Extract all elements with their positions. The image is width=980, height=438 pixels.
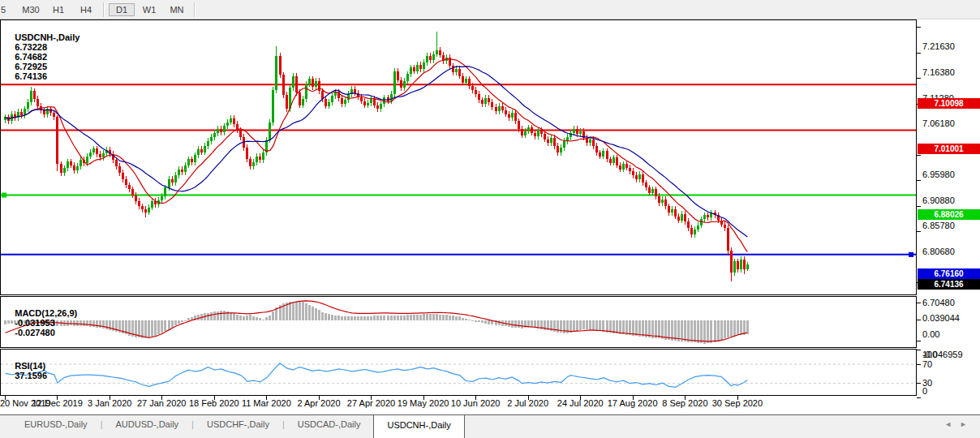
tab-usdcad[interactable]: USDCAD-,Daily (285, 415, 374, 438)
price-tick-label: 7.06180 (922, 118, 955, 128)
toolbar-separator (103, 2, 105, 17)
last-price-badge: 6.74136 (918, 279, 980, 290)
timeframe-button[interactable]: W1 (136, 3, 162, 16)
price-tick-label: 7.21630 (922, 41, 955, 51)
rsi-panel[interactable] (0, 349, 917, 396)
tab-scroll-right-icon[interactable]: ► (960, 420, 975, 428)
date-tick-label: 24 Jul 2020 (557, 398, 604, 408)
timeframe-toolbar: 5 M30 H1 H4 D1 W1 MN (0, 0, 980, 19)
chart-window: USDCNH-,Daily 6.73228 6.74682 6.72925 6.… (0, 19, 980, 414)
macd-panel[interactable] (0, 296, 917, 348)
date-tick-label: 18 Feb 2020 (189, 398, 239, 408)
date-tick-label: 17 Aug 2020 (608, 398, 658, 408)
macd-label: MACD(12,26,9) -0.031953 -0.027480 (5, 298, 80, 347)
chart-title: USDCNH-,Daily 6.73228 6.74682 6.72925 6.… (5, 23, 83, 91)
macd-main-value: -0.031953 (15, 318, 55, 328)
toolbar-separator (194, 2, 196, 17)
date-tick-label: 3 Jan 2020 (88, 398, 131, 408)
ohlc-high-value: 6.74682 (15, 52, 47, 62)
date-tick-label: 2 Apr 2020 (297, 398, 340, 408)
chart-symbol-label: USDCNH-,Daily (15, 32, 80, 42)
resistance-price-badge: 7.10098 (918, 98, 980, 109)
tab-usdcnh-active[interactable]: USDCNH-,Daily (373, 414, 464, 438)
ohlc-open-value: 6.73228 (15, 42, 47, 52)
date-tick-label: 27 Jan 2020 (137, 398, 187, 408)
ohlc-close-value: 6.74136 (15, 71, 47, 81)
price-tick-label: 7.16380 (922, 67, 955, 77)
macd-axis-label: 0.039044 (922, 313, 960, 323)
timeframe-button-active[interactable]: D1 (109, 3, 135, 16)
date-tick-label: 11 Mar 2020 (242, 398, 291, 408)
price-chart-panel[interactable] (0, 19, 917, 295)
date-tick-label: 10 Jun 2020 (451, 398, 501, 408)
macd-axis-label: 0.00 (922, 329, 939, 339)
support-price-badge: 6.76160 (918, 268, 980, 279)
rsi-name-label: RSI(14) (15, 361, 45, 371)
date-tick-label: 30 Sep 2020 (712, 398, 763, 408)
tab-eurusd[interactable]: EURUSD-,Daily (11, 415, 101, 438)
rsi-axis-label: 100 (922, 350, 937, 359)
timeframe-button[interactable]: 5 (0, 3, 16, 16)
rsi-value: 37.1596 (15, 371, 47, 380)
mt-terminal-window: { "toolbar": { "timeframes": ["5", "M30"… (0, 0, 980, 438)
rsi-axis-label: 0 (922, 386, 927, 396)
timeframe-button[interactable]: H1 (45, 3, 71, 16)
symbol-tab-bar: EURUSD-,Daily | AUDUSD-,Daily | USDCHF-,… (0, 414, 980, 438)
date-tick-label: 2 Jul 2020 (507, 398, 548, 408)
timeframe-button[interactable]: MN (164, 3, 190, 16)
rsi-axis-label: 70 (922, 359, 932, 369)
price-tick-label: 6.90880 (922, 195, 955, 205)
tab-audusd[interactable]: AUDUSD-,Daily (102, 415, 191, 438)
timeframe-button[interactable]: M30 (18, 3, 44, 16)
date-tick-label: 12 Dec 2019 (32, 398, 82, 408)
price-tick-label: 6.95980 (922, 170, 955, 179)
timeframe-button[interactable]: H4 (73, 3, 99, 16)
price-tick-label: 6.70480 (922, 298, 955, 307)
resistance-price-badge: 7.01001 (918, 144, 980, 154)
price-tick-label: 6.85780 (922, 221, 955, 230)
support-price-badge: 6.88026 (918, 209, 980, 220)
ohlc-low-value: 6.72925 (15, 62, 47, 71)
date-tick-label: 19 May 2020 (398, 398, 449, 408)
date-tick-label: 27 Apr 2020 (347, 398, 395, 408)
rsi-label: RSI(14) 37.1596 (5, 351, 50, 390)
tab-bar-padding (0, 415, 11, 438)
tab-usdchf[interactable]: USDCHF-,Daily (194, 415, 282, 438)
date-tick-label: 8 Sep 2020 (662, 398, 707, 408)
macd-name-label: MACD(12,26,9) (15, 308, 77, 318)
tab-scroll-left-icon[interactable]: ◄ (944, 420, 960, 428)
price-tick-label: 6.80680 (922, 247, 955, 256)
macd-signal-value: -0.027480 (15, 328, 55, 337)
